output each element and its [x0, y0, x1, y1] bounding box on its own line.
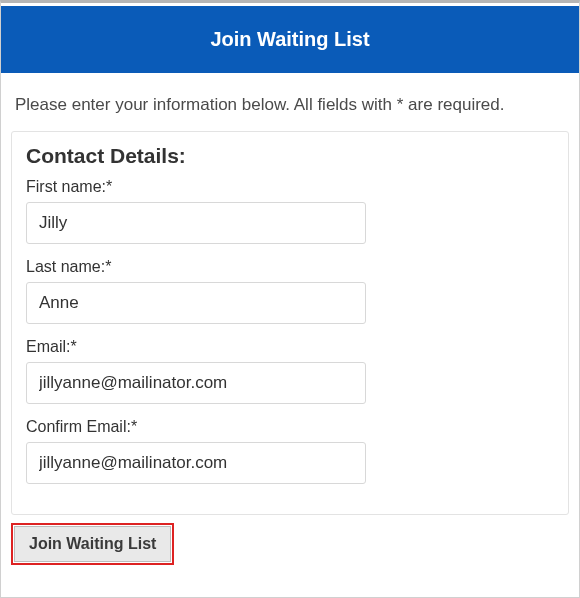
header-bar: Join Waiting List: [1, 6, 579, 73]
last-name-field: Last name:*: [26, 258, 554, 324]
email-label: Email:*: [26, 338, 554, 356]
last-name-label: Last name:*: [26, 258, 554, 276]
first-name-input[interactable]: [26, 202, 366, 244]
page-title: Join Waiting List: [210, 28, 369, 50]
form-page: Join Waiting List Please enter your info…: [0, 0, 580, 598]
first-name-field: First name:*: [26, 178, 554, 244]
contact-details-card: Contact Details: First name:* Last name:…: [11, 131, 569, 515]
confirm-email-field: Confirm Email:*: [26, 418, 554, 484]
confirm-email-label: Confirm Email:*: [26, 418, 554, 436]
last-name-input[interactable]: [26, 282, 366, 324]
first-name-label: First name:*: [26, 178, 554, 196]
email-input[interactable]: [26, 362, 366, 404]
join-waiting-list-button[interactable]: Join Waiting List: [14, 526, 171, 562]
confirm-email-input[interactable]: [26, 442, 366, 484]
submit-area: Join Waiting List: [11, 523, 569, 565]
submit-highlight: Join Waiting List: [11, 523, 174, 565]
email-field: Email:*: [26, 338, 554, 404]
instructions-text: Please enter your information below. All…: [1, 73, 579, 131]
card-title: Contact Details:: [26, 144, 554, 168]
